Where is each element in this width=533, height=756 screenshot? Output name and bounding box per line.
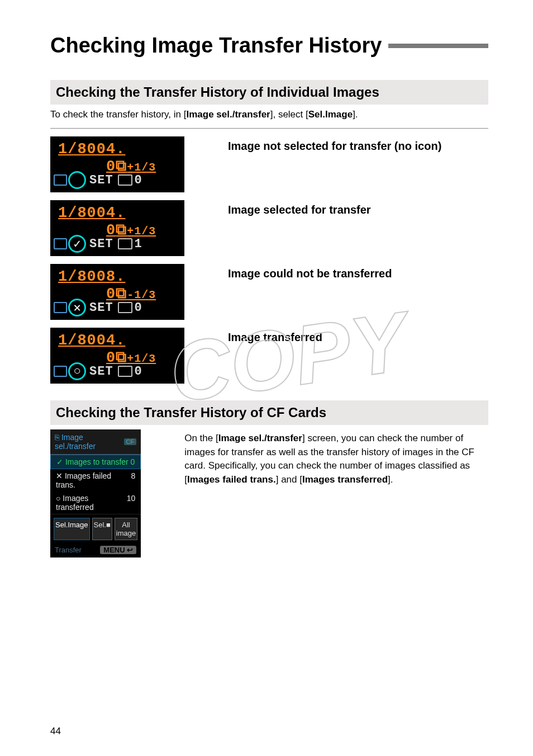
shutter-value: 1/800 xyxy=(58,205,106,221)
menu-row-failed: ✕ Images failed trans. 8 xyxy=(50,469,141,492)
state-row: 1/800 8. 0⧉-1/3 ✕ SET 0 Image could not … xyxy=(50,264,488,320)
menu-back-badge: MENU ↩ xyxy=(100,546,136,554)
count-value: 0 xyxy=(135,173,142,187)
set-label: SET xyxy=(89,173,113,187)
x-icon: ✕ xyxy=(56,471,63,480)
status-icon-x: ✕ xyxy=(68,299,86,316)
page-number: 44 xyxy=(50,726,61,737)
lcd-thumb-failed: 1/800 8. 0⧉-1/3 ✕ SET 0 xyxy=(50,264,184,320)
shutter-value: 1/800 xyxy=(58,268,106,285)
transfer-menu-icon: ⎘ xyxy=(55,433,59,442)
menu-row-transferred: ○ Images transferred 10 xyxy=(50,492,141,514)
lcd-thumb-selected: 1/800 4. 0⧉+1/3 ✓ SET 1 xyxy=(50,200,184,256)
transfer-book-icon xyxy=(54,174,67,186)
footer-transfer: Transfer xyxy=(55,546,82,554)
state-row: 1/800 4. 0⧉+1/3 ✓ SET 1 Image selected f… xyxy=(50,200,488,256)
status-icon-circle: ○ xyxy=(68,362,86,380)
status-icon-none xyxy=(68,171,86,189)
card-icon xyxy=(118,302,132,313)
menu-value: 8 xyxy=(131,471,135,489)
instruction-line: To check the transfer history, in [Image… xyxy=(50,109,488,120)
state-row: 1/800 4. 0⧉+1/3 ○ SET 0 Image transferre… xyxy=(50,328,488,384)
tab-all-image: All image xyxy=(115,518,137,540)
count-value: 1 xyxy=(135,237,142,251)
set-label: SET xyxy=(89,237,113,251)
shutter-value: 1/800 xyxy=(58,332,106,349)
check-icon: ✓ xyxy=(56,457,63,466)
menu-value: 0 xyxy=(130,457,135,466)
transfer-book-icon xyxy=(54,238,67,249)
state-label: Image could not be transferred xyxy=(228,264,392,280)
set-label: SET xyxy=(89,365,113,379)
status-examples: 1/800 4. 0⧉+1/3 SET 0 Image not selected… xyxy=(50,136,488,384)
shutter-value: 1/800 xyxy=(58,141,106,158)
card-icon xyxy=(118,366,132,377)
set-label: SET xyxy=(89,301,113,315)
tab-sel-folder: Sel.■ xyxy=(92,518,112,540)
lcd-thumb-not-selected: 1/800 4. 0⧉+1/3 SET 0 xyxy=(50,136,184,192)
card-icon xyxy=(118,174,132,186)
lcd-thumb-transferred: 1/800 4. 0⧉+1/3 ○ SET 0 xyxy=(50,328,184,384)
section-heading-individual: Checking the Transfer History of Individ… xyxy=(50,80,488,105)
count-value: 0 xyxy=(135,365,142,379)
menu-row-to-transfer: ✓ Images to transfer 0 xyxy=(50,455,141,469)
section-heading-cf: Checking the Transfer History of CF Card… xyxy=(50,400,488,425)
cf-description: On the [Image sel./transfer] screen, you… xyxy=(184,429,488,487)
state-label: Image not selected for transfer (no icon… xyxy=(228,136,441,153)
status-icon-check: ✓ xyxy=(68,235,86,253)
tab-sel-image: Sel.Image xyxy=(54,518,90,540)
state-label: Image transferred xyxy=(228,328,322,344)
title-rule xyxy=(388,44,488,48)
menu-screenshot: ⎘ Image sel./transfer CF ✓ Images to tra… xyxy=(50,429,141,557)
transfer-book-icon xyxy=(54,366,67,377)
transfer-book-icon xyxy=(54,302,67,313)
state-row: 1/800 4. 0⧉+1/3 SET 0 Image not selected… xyxy=(50,136,488,192)
count-value: 0 xyxy=(135,301,142,315)
cf-badge: CF xyxy=(124,438,137,445)
menu-value: 10 xyxy=(127,494,136,512)
state-label: Image selected for transfer xyxy=(228,200,371,216)
menu-title: Image sel./transfer xyxy=(55,433,96,451)
page-title: Checking Image Transfer History xyxy=(50,34,382,58)
circle-icon: ○ xyxy=(56,494,60,503)
divider xyxy=(50,128,488,129)
card-icon xyxy=(118,238,132,249)
